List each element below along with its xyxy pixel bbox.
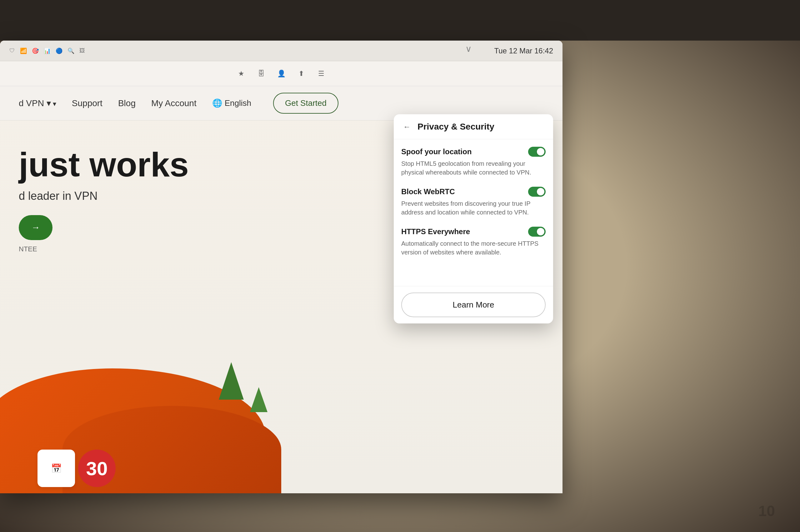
pocket-icon[interactable]: 🗄 bbox=[255, 68, 268, 80]
calendar-number: 30 bbox=[78, 450, 116, 487]
panel-title: Privacy & Security bbox=[418, 122, 546, 132]
setting-https-everywhere-desc: Automatically connect to the more-secure… bbox=[401, 239, 546, 256]
setting-spoof-location-desc: Stop HTML5 geolocation from revealing yo… bbox=[401, 159, 546, 177]
language-label: English bbox=[225, 98, 251, 108]
sys-icon-shield: 🛡 bbox=[10, 48, 15, 54]
panel-header: ← Privacy & Security bbox=[394, 114, 553, 139]
setting-spoof-location: Spoof your location Stop HTML5 geolocati… bbox=[401, 147, 546, 177]
sys-icon-wifi: 📶 bbox=[20, 48, 27, 54]
website-content: d VPN ▾ Support Blog My Account 🌐 Englis… bbox=[0, 86, 563, 493]
vpn-nav-language[interactable]: 🌐 English bbox=[212, 98, 251, 108]
bookmark-icon[interactable]: ★ bbox=[235, 68, 248, 80]
watermark: 10 bbox=[759, 502, 775, 519]
browser-window: 🛡 📶 🎯 📊 🔵 🔍 🖼 Tue 12 Mar 16:42 ∨ ★ 🗄 👤 ⬆… bbox=[0, 41, 563, 493]
setting-https-everywhere-name: HTTPS Everywhere bbox=[401, 227, 470, 236]
setting-block-webrtc-toggle[interactable] bbox=[528, 187, 546, 197]
tree-1-icon bbox=[219, 362, 244, 400]
calendar-icon: 📅 bbox=[37, 450, 75, 487]
vpn-nav-support[interactable]: Support bbox=[72, 98, 103, 108]
sys-icon-chart: 📊 bbox=[44, 48, 51, 54]
setting-spoof-location-name: Spoof your location bbox=[401, 147, 472, 156]
hero-illustration: 📅 30 bbox=[0, 337, 563, 493]
hero-cta-button[interactable]: → bbox=[19, 215, 53, 240]
setting-block-webrtc-desc: Prevent websites from discovering your t… bbox=[401, 199, 546, 217]
panel-back-button[interactable]: ← bbox=[401, 121, 413, 132]
setting-block-webrtc: Block WebRTC Prevent websites from disco… bbox=[401, 187, 546, 217]
vpn-nav-blog[interactable]: Blog bbox=[118, 98, 135, 108]
get-started-button[interactable]: Get Started bbox=[273, 93, 339, 114]
setting-https-everywhere-row: HTTPS Everywhere bbox=[401, 227, 546, 237]
system-bar bbox=[0, 0, 800, 41]
sys-icon-target: 🎯 bbox=[32, 48, 39, 54]
panel-body: Spoof your location Stop HTML5 geolocati… bbox=[394, 139, 553, 286]
sys-icon-display: 🖼 bbox=[79, 48, 85, 54]
vpn-nav-my-account[interactable]: My Account bbox=[151, 98, 197, 108]
sys-icon-search: 🔍 bbox=[68, 48, 74, 54]
setting-spoof-location-row: Spoof your location bbox=[401, 147, 546, 157]
share-icon[interactable]: ⬆ bbox=[295, 68, 308, 80]
system-time: Tue 12 Mar 16:42 bbox=[494, 46, 553, 55]
panel-footer: Learn More bbox=[394, 286, 553, 323]
globe-icon: 🌐 bbox=[212, 98, 222, 108]
tree-2-icon bbox=[250, 387, 268, 412]
title-bar: 🛡 📶 🎯 📊 🔵 🔍 🖼 Tue 12 Mar 16:42 bbox=[0, 41, 563, 61]
account-icon[interactable]: 👤 bbox=[275, 68, 288, 80]
setting-spoof-location-toggle[interactable] bbox=[528, 147, 546, 157]
system-clock-area: Tue 12 Mar 16:42 bbox=[494, 46, 553, 55]
panel-collapse-arrow[interactable]: ∨ bbox=[465, 44, 472, 54]
traffic-lights: 🛡 📶 🎯 📊 🔵 🔍 🖼 bbox=[10, 48, 85, 54]
arrow-icon: → bbox=[31, 223, 40, 233]
privacy-security-panel: ← Privacy & Security Spoof your location… bbox=[394, 114, 553, 323]
sys-icon-bluetooth: 🔵 bbox=[56, 48, 62, 54]
menu-icon[interactable]: ☰ bbox=[315, 68, 327, 80]
setting-block-webrtc-row: Block WebRTC bbox=[401, 187, 546, 197]
setting-block-webrtc-name: Block WebRTC bbox=[401, 187, 455, 196]
setting-https-everywhere: HTTPS Everywhere Automatically connect t… bbox=[401, 227, 546, 256]
vpn-nav-vpn-dropdown[interactable]: d VPN ▾ bbox=[19, 98, 56, 108]
setting-https-everywhere-toggle[interactable] bbox=[528, 227, 546, 237]
calendar-badge: 📅 30 bbox=[37, 450, 116, 487]
browser-toolbar: ∨ ★ 🗄 👤 ⬆ ☰ bbox=[0, 61, 563, 86]
back-arrow-icon: ← bbox=[403, 122, 411, 131]
learn-more-button[interactable]: Learn More bbox=[401, 292, 546, 317]
